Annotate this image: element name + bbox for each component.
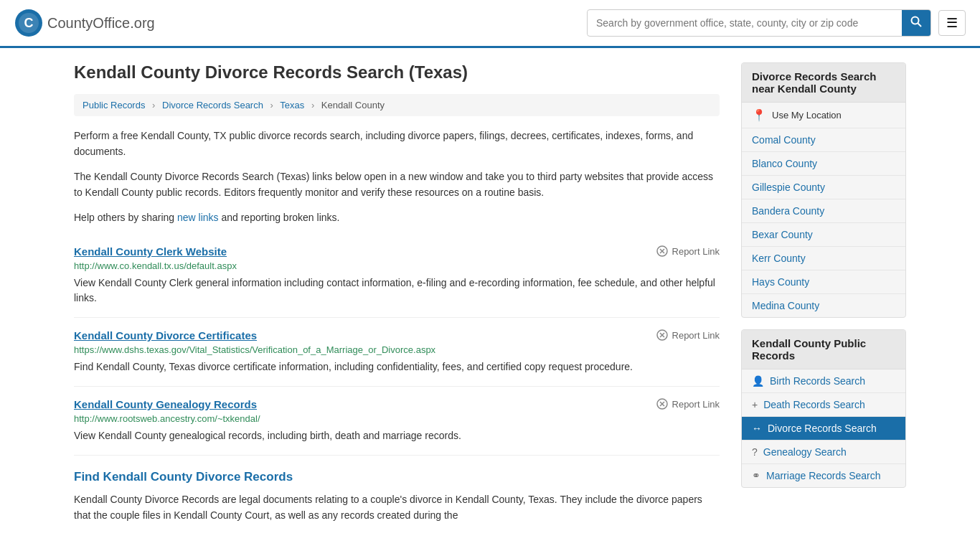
record-title-1[interactable]: Kendall County Divorce Certificates <box>74 329 257 342</box>
public-records-label-4: Marriage Records Search <box>766 470 881 481</box>
find-section-text: Kendall County Divorce Records are legal… <box>74 491 720 524</box>
breadcrumb-public-records[interactable]: Public Records <box>83 100 145 110</box>
breadcrumb: Public Records › Divorce Records Search … <box>74 94 720 116</box>
nearby-county-5[interactable]: Kerr County <box>742 247 905 270</box>
record-entry-0: Kendall County Clerk Website Report Link… <box>74 234 720 318</box>
nearby-county-3[interactable]: Bandera County <box>742 199 905 223</box>
site-header: C CountyOffice.org ☰ <box>0 0 980 48</box>
public-records-icon-2: ↔ <box>752 423 762 434</box>
sidebar: Divorce Records Search near Kendall Coun… <box>741 62 906 532</box>
record-title-0[interactable]: Kendall County Clerk Website <box>74 245 227 258</box>
search-icon <box>910 16 922 27</box>
public-records-icon-0: 👤 <box>752 375 764 387</box>
breadcrumb-texas[interactable]: Texas <box>280 100 304 110</box>
record-entry-1: Kendall County Divorce Certificates Repo… <box>74 318 720 387</box>
record-desc-2: View Kendall County genealogical records… <box>74 428 720 443</box>
record-header-0: Kendall County Clerk Website Report Link <box>74 245 720 258</box>
public-records-icon-1: + <box>752 399 758 410</box>
record-title-2[interactable]: Kendall County Genealogy Records <box>74 398 257 410</box>
svg-line-4 <box>918 24 922 27</box>
public-records-item-1[interactable]: + Death Records Search <box>742 393 905 417</box>
records-container: Kendall County Clerk Website Report Link… <box>74 234 720 456</box>
report-link-1[interactable]: Report Link <box>656 329 720 341</box>
find-section-title: Find Kendall County Divorce Records <box>74 470 720 484</box>
nearby-counties-container: Comal CountyBlanco CountyGillespie Count… <box>742 128 905 317</box>
search-input[interactable] <box>588 11 902 34</box>
svg-point-3 <box>912 17 919 24</box>
report-icon-2 <box>656 398 668 410</box>
public-records-item-4[interactable]: ⚭ Marriage Records Search <box>742 464 905 487</box>
page-title: Kendall County Divorce Records Search (T… <box>74 62 720 83</box>
record-entry-2: Kendall County Genealogy Records Report … <box>74 387 720 456</box>
report-link-2[interactable]: Report Link <box>656 398 720 410</box>
menu-button[interactable]: ☰ <box>938 10 966 36</box>
nearby-county-7[interactable]: Medina County <box>742 294 905 317</box>
nearby-county-2[interactable]: Gillespie County <box>742 176 905 199</box>
use-my-location[interactable]: 📍 Use My Location <box>742 103 905 128</box>
report-icon-1 <box>656 329 668 341</box>
logo-area[interactable]: C CountyOffice.org <box>14 9 155 37</box>
record-url-0[interactable]: http://www.co.kendall.tx.us/default.aspx <box>74 260 720 271</box>
report-link-0[interactable]: Report Link <box>656 245 720 257</box>
breadcrumb-county: Kendall County <box>321 100 385 110</box>
public-records-section: Kendall County Public Records 👤 Birth Re… <box>741 329 906 488</box>
search-button[interactable] <box>902 10 930 36</box>
record-header-2: Kendall County Genealogy Records Report … <box>74 398 720 410</box>
public-records-item-3[interactable]: ? Genealogy Search <box>742 441 905 464</box>
search-bar <box>587 9 931 37</box>
use-location-label: Use My Location <box>772 110 842 121</box>
nearby-county-0[interactable]: Comal County <box>742 128 905 152</box>
header-right: ☰ <box>587 9 966 37</box>
public-records-item-0[interactable]: 👤 Birth Records Search <box>742 369 905 393</box>
record-desc-0: View Kendall County Clerk general inform… <box>74 276 720 306</box>
public-records-icon-4: ⚭ <box>752 470 760 481</box>
record-url-1[interactable]: https://www.dshs.texas.gov/Vital_Statist… <box>74 344 720 355</box>
main-container: Kendall County Divorce Records Search (T… <box>60 48 920 547</box>
nearby-section-title: Divorce Records Search near Kendall Coun… <box>742 63 905 103</box>
public-records-icon-3: ? <box>752 446 758 458</box>
description-2: The Kendall County Divorce Records Searc… <box>74 169 720 201</box>
breadcrumb-divorce-records[interactable]: Divorce Records Search <box>162 100 263 110</box>
report-icon-0 <box>656 245 668 257</box>
record-url-2[interactable]: http://www.rootsweb.ancestry.com/~txkend… <box>74 413 720 424</box>
description-1: Perform a free Kendall County, TX public… <box>74 128 720 160</box>
public-records-label-3: Genealogy Search <box>763 446 847 458</box>
svg-text:C: C <box>24 16 34 30</box>
logo-icon: C <box>14 9 43 37</box>
nearby-county-6[interactable]: Hays County <box>742 270 905 294</box>
nearby-county-1[interactable]: Blanco County <box>742 152 905 176</box>
record-desc-1: Find Kendall County, Texas divorce certi… <box>74 359 720 375</box>
nearby-county-4[interactable]: Bexar County <box>742 223 905 247</box>
public-records-container: 👤 Birth Records Search + Death Records S… <box>742 369 905 487</box>
public-records-title: Kendall County Public Records <box>742 330 905 369</box>
content-area: Kendall County Divorce Records Search (T… <box>74 62 720 532</box>
public-records-label-2: Divorce Records Search <box>768 423 877 434</box>
new-links-link[interactable]: new links <box>177 212 219 223</box>
public-records-label-1: Death Records Search <box>763 399 865 410</box>
location-icon: 📍 <box>752 108 766 122</box>
record-header-1: Kendall County Divorce Certificates Repo… <box>74 329 720 342</box>
nearby-section: Divorce Records Search near Kendall Coun… <box>741 62 906 318</box>
logo-text: CountyOffice.org <box>47 15 155 32</box>
description-3: Help others by sharing new links and rep… <box>74 209 720 225</box>
public-records-label-0: Birth Records Search <box>770 375 865 387</box>
public-records-item-2[interactable]: ↔ Divorce Records Search <box>742 417 905 441</box>
